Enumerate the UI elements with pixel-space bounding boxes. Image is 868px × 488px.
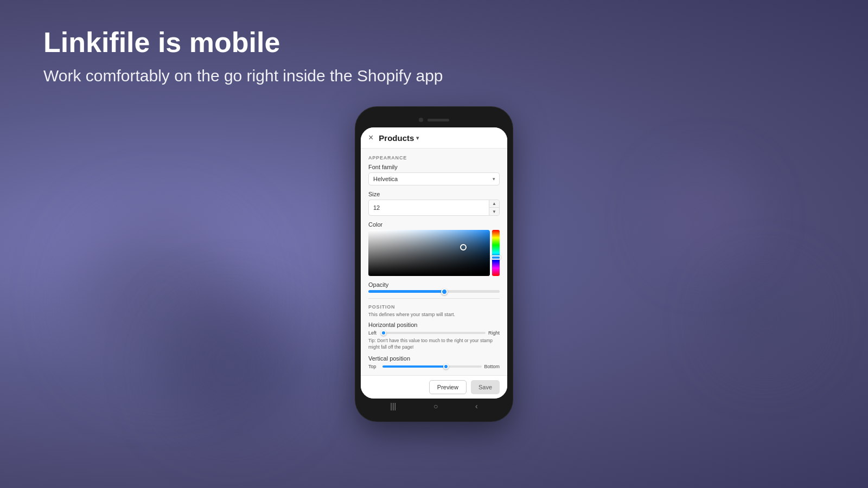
color-gradient-dark-overlay	[368, 230, 490, 276]
color-gradient-picker[interactable]	[368, 230, 490, 276]
vertical-slider-row: Top Bottom	[368, 364, 500, 369]
font-family-select[interactable]: Helvetica Arial Times New Roman	[368, 172, 500, 185]
page-headline: Linkifile is mobile	[43, 27, 825, 58]
font-family-label: Font family	[368, 164, 500, 170]
color-section: Color	[368, 221, 500, 276]
appearance-label: APPEARANCE	[368, 155, 500, 160]
opacity-slider-track[interactable]	[368, 290, 500, 293]
hue-strip[interactable]	[492, 230, 500, 276]
phone-device: × Products ▾ APPEARANCE Font family	[355, 107, 513, 421]
app-title-area: Products ▾	[379, 133, 419, 143]
horizontal-slider-track[interactable]	[382, 332, 486, 334]
title-dropdown-arrow[interactable]: ▾	[416, 135, 419, 141]
vertical-slider-thumb[interactable]	[443, 364, 449, 369]
horizontal-slider-row: Left Right	[368, 330, 500, 336]
app-footer: Preview Save	[361, 375, 507, 399]
vertical-position-label: Vertical position	[368, 355, 500, 362]
font-family-select-wrapper: Helvetica Arial Times New Roman ▾	[368, 172, 500, 185]
hue-thumb[interactable]	[491, 255, 501, 260]
page-subtitle: Work comfortably on the go right inside …	[43, 67, 825, 85]
back-nav-icon[interactable]: ‹	[475, 402, 478, 410]
position-section: POSITION This defines where your stamp w…	[368, 304, 500, 369]
size-input[interactable]	[369, 202, 489, 214]
position-description: This defines where your stamp will start…	[368, 312, 500, 317]
phone-notch	[361, 114, 507, 125]
left-label: Left	[368, 330, 380, 336]
phone-mockup: × Products ▾ APPEARANCE Font family	[43, 107, 825, 421]
horizontal-tip: Tip: Don't have this value too much to t…	[368, 338, 500, 351]
size-section: Size ▲ ▼	[368, 191, 500, 216]
size-input-group: ▲ ▼	[368, 200, 500, 216]
phone-screen: × Products ▾ APPEARANCE Font family	[361, 127, 507, 399]
top-label: Top	[368, 364, 380, 369]
opacity-label: Opacity	[368, 281, 500, 288]
opacity-section: Opacity	[368, 281, 500, 293]
horizontal-position-label: Horizontal position	[368, 322, 500, 328]
section-divider	[368, 298, 500, 299]
vertical-slider-track[interactable]	[382, 365, 482, 368]
right-label: Right	[488, 330, 500, 336]
home-nav-icon[interactable]: ○	[433, 402, 438, 410]
size-label: Size	[368, 191, 500, 197]
phone-camera	[419, 118, 423, 122]
color-label: Color	[368, 221, 500, 228]
size-decrement[interactable]: ▼	[489, 208, 499, 215]
color-picker-thumb[interactable]	[460, 244, 467, 251]
opacity-slider-thumb[interactable]	[441, 288, 448, 295]
appearance-section: APPEARANCE Font family Helvetica Arial T…	[368, 155, 500, 185]
phone-bottom-nav: ||| ○ ‹	[361, 399, 507, 414]
size-increment[interactable]: ▲	[489, 200, 499, 208]
save-button[interactable]: Save	[471, 380, 500, 394]
position-section-label: POSITION	[368, 304, 500, 310]
horizontal-slider-thumb[interactable]	[381, 330, 386, 336]
close-button[interactable]: ×	[368, 133, 373, 143]
preview-button[interactable]: Preview	[429, 380, 467, 394]
menu-nav-icon[interactable]: |||	[390, 402, 396, 410]
size-spinner: ▲ ▼	[489, 200, 499, 215]
color-picker	[368, 230, 500, 276]
app-content: APPEARANCE Font family Helvetica Arial T…	[361, 149, 507, 375]
app-header: × Products ▾	[361, 127, 507, 149]
phone-speaker	[427, 119, 449, 121]
bottom-label: Bottom	[484, 364, 500, 369]
app-title-text: Products	[379, 133, 414, 143]
